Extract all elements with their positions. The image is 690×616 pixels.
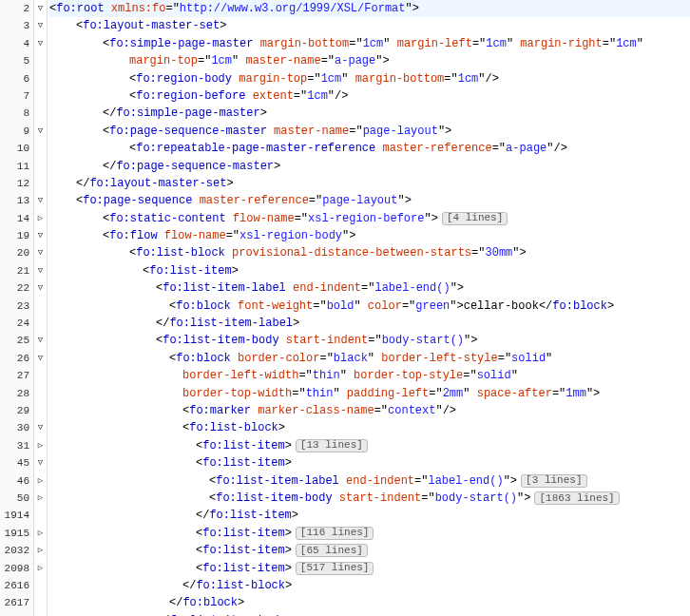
token-attr: end-indent [346,472,414,490]
token-val: page-layout [363,123,438,140]
fold-toggle-open-icon[interactable]: ▽ [34,454,47,472]
token-tag: fo:layout-master-set [83,17,220,34]
fold-toggle-closed-icon[interactable]: ▷ [34,560,47,577]
fold-toggle-closed-icon[interactable]: ▷ [34,437,47,454]
fold-spacer [34,385,47,402]
code-line[interactable]: <fo:layout-master-set> [49,17,690,34]
folded-lines-badge[interactable]: [517 lines] [296,562,374,575]
fold-spacer [34,612,47,616]
code-line[interactable]: border-top-width="thin" padding-left="2m… [49,385,690,402]
code-line[interactable]: </fo:list-item-body> [49,612,690,616]
code-line[interactable]: <fo:list-item> [13 lines] [49,437,690,454]
token-txt: < [76,192,83,209]
token-attr: marker-class-name [258,402,374,419]
fold-toggle-open-icon[interactable]: ▽ [34,244,47,261]
line-number: 1915 [0,525,33,542]
code-line[interactable]: <fo:list-item> [517 lines] [49,560,690,577]
token-txt: ">cellar-book</ [450,298,552,315]
token-txt: " [341,70,355,87]
folded-lines-badge[interactable]: [116 lines] [296,527,374,540]
token-tag: fo:static-content [109,210,225,227]
folded-lines-badge[interactable]: [65 lines] [296,544,368,557]
token-attr: xmlns:fo [111,0,166,17]
fold-toggle-open-icon[interactable]: ▽ [34,279,47,297]
token-txt: "> [397,192,411,209]
code-line[interactable]: <fo:list-item-label end-indent="label-en… [49,472,690,490]
fold-spacer [34,175,47,192]
fold-toggle-open-icon[interactable]: ▽ [34,123,47,140]
fold-toggle-open-icon[interactable]: ▽ [34,262,47,279]
line-number: 27 [0,367,33,384]
token-txt: "/> [478,70,499,87]
token-txt: " [354,298,367,315]
code-line[interactable]: <fo:list-item-label end-indent="label-en… [49,279,690,297]
code-line[interactable]: <fo:repeatable-page-master-reference mas… [49,140,690,157]
code-line[interactable]: <fo:page-sequence master-reference="page… [49,192,690,209]
token-attr: padding-left [347,385,429,402]
code-line[interactable]: <fo:list-item> [116 lines] [49,525,690,542]
code-area[interactable]: <fo:root xmlns:fo="http://www.w3.org/199… [48,0,690,616]
code-line[interactable]: <fo:marker marker-class-name="context"/> [49,402,690,419]
fold-toggle-closed-icon[interactable]: ▷ [34,542,47,559]
code-line[interactable]: <fo:flow flow-name="xsl-region-body"> [49,227,690,244]
code-line[interactable]: </fo:list-item> [49,507,690,524]
token-tag: fo:list-item [202,560,284,577]
code-line[interactable]: </fo:list-block> [49,577,690,594]
code-line[interactable]: </fo:block> [49,594,690,611]
fold-toggle-closed-icon[interactable]: ▷ [34,490,47,507]
token-txt: =" [414,472,428,490]
fold-toggle-open-icon[interactable]: ▽ [34,419,47,436]
fold-toggle-open-icon[interactable]: ▽ [34,332,47,349]
code-line[interactable]: <fo:list-item> [49,262,690,279]
code-line[interactable]: <fo:page-sequence-master master-name="pa… [49,123,690,140]
fold-toggle-closed-icon[interactable]: ▷ [34,472,47,490]
code-line[interactable]: <fo:static-content flow-name="xsl-region… [49,210,690,227]
token-val: a-page [506,140,546,157]
token-txt: < [103,227,109,244]
token-val: 1cm [363,35,384,52]
token-tag: fo:marker [189,402,251,419]
code-line[interactable]: </fo:layout-master-set> [49,175,690,192]
code-line[interactable]: <fo:list-item> [49,454,690,472]
line-number: 25 [0,332,33,349]
fold-toggle-open-icon[interactable]: ▽ [34,350,47,367]
fold-toggle-open-icon[interactable]: ▽ [34,192,47,209]
code-line[interactable]: margin-top="1cm" master-name="a-page"> [49,52,690,69]
code-line[interactable]: <fo:list-item> [65 lines] [49,542,690,559]
code-line[interactable]: <fo:block font-weight="bold" color="gree… [49,298,690,315]
code-line[interactable]: <fo:root xmlns:fo="http://www.w3.org/199… [49,0,690,17]
token-tag: fo:list-item-body [163,332,278,349]
token-tag: fo:list-item [202,454,284,472]
code-line[interactable]: <fo:list-item-body start-indent="body-st… [49,490,690,507]
token-txt: > [285,454,292,472]
code-line[interactable]: <fo:region-before extent="1cm"/> [49,87,690,105]
code-line[interactable]: <fo:list-block> [49,419,690,436]
code-line[interactable]: <fo:region-body margin-top="1cm" margin-… [49,70,690,87]
token-txt: "> [450,279,464,297]
code-line[interactable]: border-left-width="thin" border-top-styl… [49,367,690,384]
token-txt: =" [361,279,374,297]
fold-toggle-open-icon[interactable]: ▽ [34,0,47,17]
token-txt: < [129,244,136,261]
code-line[interactable]: </fo:simple-page-master> [49,105,690,122]
folded-lines-badge[interactable]: [4 lines] [442,212,508,225]
code-line[interactable]: </fo:list-item-label> [49,315,690,332]
token-tag: fo:list-item-body [169,612,285,616]
fold-toggle-open-icon[interactable]: ▽ [34,17,47,34]
fold-toggle-open-icon[interactable]: ▽ [34,35,47,52]
token-txt: > [226,175,233,192]
line-number: 46 [0,472,33,490]
code-line[interactable]: <fo:list-item-body start-indent="body-st… [49,332,690,349]
folded-lines-badge[interactable]: [3 lines] [521,474,586,488]
fold-toggle-open-icon[interactable]: ▽ [34,227,47,244]
fold-toggle-closed-icon[interactable]: ▷ [34,525,47,542]
folded-lines-badge[interactable]: [1863 lines] [534,491,619,505]
code-line[interactable]: </fo:page-sequence-master> [49,158,690,175]
token-txt: =" [421,490,434,507]
token-attr: start-indent [286,332,368,349]
fold-toggle-closed-icon[interactable]: ▷ [34,210,47,227]
folded-lines-badge[interactable]: [13 lines] [296,439,368,452]
code-line[interactable]: <fo:simple-page-master margin-bottom="1c… [49,35,690,52]
code-line[interactable]: <fo:list-block provisional-distance-betw… [49,244,690,261]
code-line[interactable]: <fo:block border-color="black" border-le… [49,350,690,367]
